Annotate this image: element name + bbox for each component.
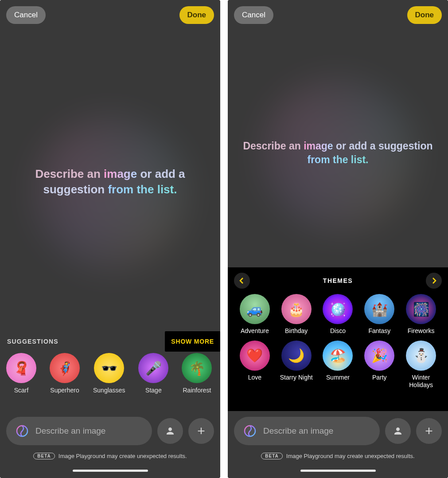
prompt-placeholder: Describe an image xyxy=(35,426,105,436)
prompt-input[interactable]: Describe an image xyxy=(6,417,152,445)
suggestion-label: Sunglasses xyxy=(93,387,125,394)
suggestion-label: Scarf xyxy=(14,387,29,394)
home-indicator[interactable] xyxy=(73,470,148,472)
theme-fantasy[interactable]: 🏰 Fantasy xyxy=(359,294,400,335)
theme-starry-night[interactable]: 🌙 Starry Night xyxy=(276,341,317,389)
beta-badge: BETA xyxy=(261,453,282,459)
cancel-button[interactable]: Cancel xyxy=(6,6,46,24)
starry-night-icon: 🌙 xyxy=(281,341,312,371)
themes-prev-button[interactable] xyxy=(234,273,250,289)
disco-icon: 🪩 xyxy=(323,294,353,324)
show-more-button[interactable]: SHOW MORE xyxy=(171,338,214,345)
theme-label: Starry Night xyxy=(280,374,313,382)
hero-text-part1: Describe an xyxy=(243,140,304,152)
theme-love[interactable]: ❤️ Love xyxy=(234,341,275,389)
fireworks-icon: 🎆 xyxy=(406,294,436,324)
fantasy-icon: 🏰 xyxy=(364,294,394,324)
plus-icon: + xyxy=(197,423,205,439)
birthday-icon: 🎂 xyxy=(281,294,312,324)
hero-text-part3: or add a suggestion xyxy=(333,140,433,152)
chevron-right-icon xyxy=(430,277,437,284)
done-button[interactable]: Done xyxy=(407,6,442,24)
hero-prompt: Describe an image or add a suggestion fr… xyxy=(0,166,220,197)
hero-text-part4: from the list. xyxy=(307,154,368,165)
hero-text-part4: from the list. xyxy=(108,183,177,196)
suggestion-stage[interactable]: 🎤 Stage xyxy=(138,353,168,394)
sunglasses-icon: 🕶️ xyxy=(94,353,124,383)
prompt-input[interactable]: Describe an image xyxy=(234,417,380,445)
superhero-icon: 🦸 xyxy=(50,353,80,383)
party-icon: 🎉 xyxy=(364,341,394,371)
theme-label: Love xyxy=(248,374,261,382)
person-button[interactable] xyxy=(385,418,411,444)
suggestion-label: Rainforest xyxy=(183,387,211,394)
plus-icon: + xyxy=(425,423,433,439)
themes-panel: THEMES 🚙 Adventure 🎂 Birthday 🪩 Disco xyxy=(228,267,448,411)
person-icon xyxy=(165,426,175,436)
theme-summer[interactable]: 🏖️ Summer xyxy=(317,341,358,389)
theme-birthday[interactable]: 🎂 Birthday xyxy=(276,294,317,335)
done-button[interactable]: Done xyxy=(179,6,214,24)
prompt-placeholder: Describe an image xyxy=(263,426,333,436)
theme-label: Adventure xyxy=(241,327,269,335)
love-icon: ❤️ xyxy=(240,341,270,371)
show-more-container: SHOW MORE xyxy=(165,331,220,352)
suggestion-label: Stage xyxy=(145,387,162,394)
theme-label: Party xyxy=(372,374,387,382)
hero-prompt: Describe an image or add a suggestion fr… xyxy=(228,139,448,167)
suggestion-superhero[interactable]: 🦸 Superhero xyxy=(50,353,80,394)
theme-winter-holidays[interactable]: ⛄ Winter Holidays xyxy=(401,341,441,389)
theme-party[interactable]: 🎉 Party xyxy=(359,341,400,389)
hero-text-part2: image xyxy=(304,140,333,152)
summer-icon: 🏖️ xyxy=(323,341,353,371)
theme-adventure[interactable]: 🚙 Adventure xyxy=(234,294,275,335)
beta-text: Image Playground may create unexpected r… xyxy=(58,453,187,459)
theme-label: Disco xyxy=(330,327,346,335)
suggestion-rainforest[interactable]: 🌴 Rainforest xyxy=(182,353,212,394)
winter-holidays-icon: ⛄ xyxy=(406,341,436,371)
stage-icon: 🎤 xyxy=(138,353,168,383)
themes-next-button[interactable] xyxy=(426,273,442,289)
theme-label: Summer xyxy=(326,374,350,382)
theme-label: Winter Holidays xyxy=(401,374,441,389)
theme-disco[interactable]: 🪩 Disco xyxy=(317,294,358,335)
add-button[interactable]: + xyxy=(416,418,442,444)
person-icon xyxy=(393,426,403,436)
screen-themes: Cancel Done Describe an image or add a s… xyxy=(228,0,448,478)
suggestion-sunglasses[interactable]: 🕶️ Sunglasses xyxy=(93,353,125,394)
beta-text: Image Playground may create unexpected r… xyxy=(286,453,415,459)
person-button[interactable] xyxy=(157,418,183,444)
add-button[interactable]: + xyxy=(188,418,214,444)
rainforest-icon: 🌴 xyxy=(182,353,212,383)
adventure-icon: 🚙 xyxy=(240,294,270,324)
scarf-icon: 🧣 xyxy=(6,353,36,383)
theme-label: Fireworks xyxy=(408,327,435,335)
chevron-left-icon xyxy=(238,277,245,284)
suggestions-title: SUGGESTIONS xyxy=(7,338,58,345)
cancel-button[interactable]: Cancel xyxy=(234,6,273,24)
suggestions-row: 🧣 Scarf 🦸 Superhero 🕶️ Sunglasses 🎤 Stag… xyxy=(6,353,220,394)
suggestion-scarf[interactable]: 🧣 Scarf xyxy=(6,353,36,394)
intelligence-icon xyxy=(14,423,30,439)
suggestion-label: Superhero xyxy=(50,387,79,394)
theme-fireworks[interactable]: 🎆 Fireworks xyxy=(401,294,441,335)
theme-label: Fantasy xyxy=(368,327,390,335)
hero-text-part1: Describe an xyxy=(35,167,104,180)
beta-badge: BETA xyxy=(33,453,55,459)
themes-title: THEMES xyxy=(323,277,353,284)
home-indicator[interactable] xyxy=(300,470,376,472)
hero-text-part2: image xyxy=(104,167,137,180)
intelligence-icon xyxy=(242,423,258,439)
screen-suggestions: Cancel Done Describe an image or add a s… xyxy=(0,0,220,478)
theme-label: Birthday xyxy=(285,327,308,335)
